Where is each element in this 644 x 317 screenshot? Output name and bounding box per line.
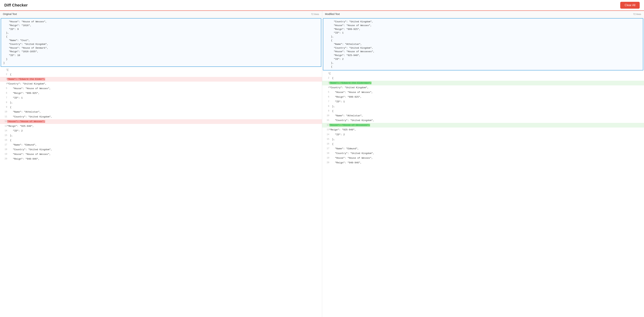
line-content: "Reign": "925-940",: [7, 124, 322, 129]
table-row: 8 },: [0, 100, 322, 105]
table-row: 14 "ID": 2: [322, 132, 644, 137]
line-content: "Reign": "940-946",: [330, 160, 644, 165]
line-number: 15: [322, 137, 330, 142]
line-number: 7: [0, 96, 7, 100]
line-content: },: [330, 104, 644, 109]
table-row: 20 "Reign": "940-946",: [0, 157, 322, 161]
left-panel-header: Original Text 72 lines: [0, 11, 322, 18]
line-content: "ID": 1: [330, 99, 644, 104]
highlight-added: "Name": "Edward the Elderman",: [330, 82, 372, 84]
line-number: 4: [0, 82, 7, 86]
table-row: 17 "Name": "Edmund",: [0, 143, 322, 147]
line-number: 11: [0, 115, 7, 119]
line-number: 19: [0, 152, 7, 157]
line-number: 10: [322, 114, 330, 118]
line-content: [: [330, 71, 644, 76]
right-panel-header: Modified Text 72 lines: [322, 11, 644, 18]
line-number: 3: [0, 77, 7, 82]
line-number: 18: [0, 147, 7, 152]
table-row: 4"Country": "United Kingdom",: [0, 82, 322, 86]
left-panel: Original Text 72 lines "House": "House o…: [0, 11, 322, 317]
line-number: 2: [322, 76, 330, 81]
line-content: "ID": 1: [7, 96, 322, 100]
table-row: 9 {: [0, 105, 322, 110]
line-content: "Country": "United Kingdom",: [7, 115, 322, 119]
line-number: 1: [0, 68, 7, 72]
table-row: 18 "Country": "United Kingdom",: [0, 147, 322, 152]
line-content: "House": "House of Wessexes",: [330, 123, 644, 128]
table-row: 13"Reign": "925-940",: [322, 128, 644, 132]
line-number: 6: [0, 91, 7, 96]
line-content: "Name": "Athelstan",: [7, 110, 322, 114]
line-content: },: [7, 133, 322, 138]
left-panel-lines-count: 72 lines: [311, 13, 319, 16]
line-content: "House": "House of Wessex",: [330, 156, 644, 160]
line-content: "ID": 2: [7, 129, 322, 133]
line-content: [: [7, 68, 322, 72]
table-row: 2 {: [322, 76, 644, 81]
line-number: 4: [322, 85, 330, 90]
table-row: 1[: [322, 71, 644, 76]
table-row: 7 "ID": 1: [0, 96, 322, 100]
line-number: 10: [0, 110, 7, 114]
line-number: 16: [0, 138, 7, 143]
line-number: 7: [322, 99, 330, 104]
line-content: "House": "House of Wessex",: [330, 90, 644, 95]
line-number: 8: [322, 104, 330, 109]
line-content: {: [330, 109, 644, 114]
line-content: "Reign": "925-940",: [330, 128, 644, 132]
line-number: 11: [322, 118, 330, 123]
line-content: "Name": "Edmund",: [7, 143, 322, 147]
line-number: 8: [0, 100, 7, 105]
line-number: 18: [322, 151, 330, 156]
table-row: 19 "House": "House of Wessex",: [322, 156, 644, 160]
left-panel-content[interactable]: "House": "House of Wessex", "Reign": "10…: [0, 18, 322, 317]
line-content: "ID": 2: [330, 132, 644, 137]
line-content: "Name": "Edward the Elderman",: [330, 81, 644, 85]
table-row: 20 "Reign": "940-946",: [322, 160, 644, 165]
clear-all-button[interactable]: Clear All: [620, 2, 640, 9]
line-number: 12: [0, 119, 7, 124]
table-row: 2 {: [0, 72, 322, 77]
left-preview-text[interactable]: "House": "House of Wessex", "Reign": "10…: [1, 18, 321, 67]
line-number: 5: [0, 86, 7, 91]
table-row: 17 "Name": "Edmund",: [322, 146, 644, 151]
line-content: "Reign": "899-925",: [7, 91, 322, 96]
highlight-removed: "House": "House of Wessex",: [7, 120, 45, 123]
right-preview-text[interactable]: "Country": "United Kingdom", "House": "H…: [323, 18, 644, 70]
table-row: 4"Country": "United Kingdom",: [322, 85, 644, 90]
table-row: 10 "Name": "Athelstan",: [322, 114, 644, 118]
line-number: 20: [0, 157, 7, 161]
line-content: "Country": "United Kingdom",: [330, 151, 644, 156]
line-number: 17: [0, 143, 7, 147]
left-panel-title: Original Text: [3, 13, 17, 16]
line-number: 6: [322, 95, 330, 99]
right-panel-content[interactable]: "Country": "United Kingdom", "House": "H…: [322, 18, 644, 317]
line-number: 13: [0, 124, 7, 129]
table-row: 6 "Reign": "899-925",: [0, 91, 322, 96]
table-row: 11 "Country": "United Kingdom",: [322, 118, 644, 123]
line-content: {: [7, 105, 322, 110]
right-diff-table: 1[2 {3"Name": "Edward the Elderman",4"Co…: [322, 71, 644, 165]
line-content: {: [7, 138, 322, 143]
line-number: 9: [0, 105, 7, 110]
right-panel-title: Modified Text: [325, 13, 340, 16]
table-row: 15 },: [322, 137, 644, 142]
table-row: 12"House": "House of Wessexes",: [322, 123, 644, 128]
app-header: Diff Checker Clear All: [0, 0, 644, 11]
line-content: "Country": "United Kingdom",: [7, 147, 322, 152]
line-number: 17: [322, 146, 330, 151]
line-content: {: [7, 72, 322, 77]
line-number: 19: [322, 156, 330, 160]
table-row: 7 "ID": 1: [322, 99, 644, 104]
table-row: 3"Name": "Edward the Elderman",: [322, 81, 644, 85]
left-diff-table: 1[2 {3"Name": "Edward the Elder",4"Count…: [0, 68, 322, 162]
table-row: 8 },: [322, 104, 644, 109]
line-content: "Reign": "899-925",: [330, 95, 644, 99]
table-row: 10 "Name": "Athelstan",: [0, 110, 322, 114]
line-content: },: [7, 100, 322, 105]
line-number: 16: [322, 142, 330, 146]
line-number: 14: [0, 129, 7, 133]
line-number: 1: [322, 71, 330, 76]
line-number: 2: [0, 72, 7, 77]
